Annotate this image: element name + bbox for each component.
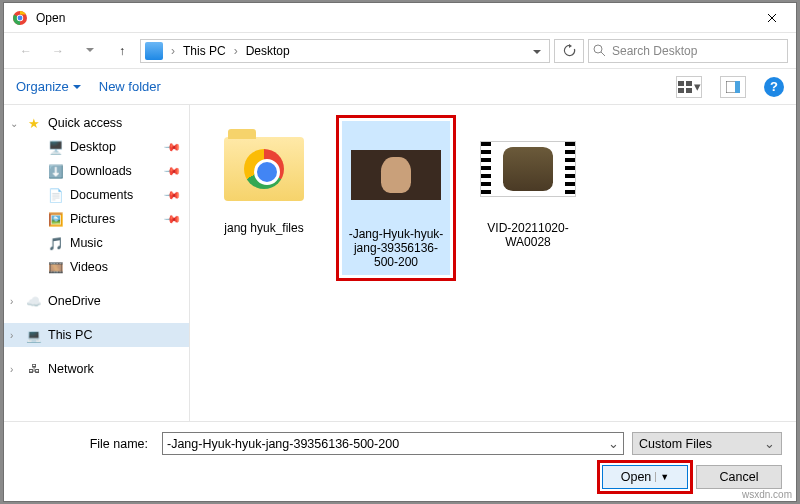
recent-dropdown[interactable]: [76, 39, 104, 63]
documents-icon: 📄: [48, 187, 64, 203]
chevron-right-icon[interactable]: ›: [10, 330, 13, 341]
watermark: wsxdn.com: [742, 489, 792, 500]
new-folder-button[interactable]: New folder: [99, 79, 161, 94]
crumb-this-pc[interactable]: This PC: [179, 40, 230, 62]
chevron-down-icon[interactable]: ⌄: [608, 436, 619, 451]
svg-point-3: [594, 45, 602, 53]
sidebar-item-desktop[interactable]: 🖥️Desktop📌: [4, 135, 189, 159]
chevron-right-icon[interactable]: ›: [10, 364, 13, 375]
body: ⌄ ★ Quick access 🖥️Desktop📌 ⬇️Downloads📌…: [4, 105, 796, 421]
svg-rect-7: [686, 88, 692, 93]
open-button[interactable]: Open ▼: [602, 465, 688, 489]
filename-label: File name:: [18, 437, 148, 451]
open-dropdown-icon[interactable]: ▼: [655, 472, 669, 482]
breadcrumb-dropdown[interactable]: [527, 44, 547, 58]
sidebar-item-documents[interactable]: 📄Documents📌: [4, 183, 189, 207]
file-label: jang hyuk_files: [224, 221, 303, 235]
help-button[interactable]: ?: [764, 77, 784, 97]
file-item-video[interactable]: VID-20211020-WA0028: [468, 115, 588, 255]
footer: File name: -Jang-Hyuk-hyuk-jang-39356136…: [4, 421, 796, 501]
sidebar-item-quick-access[interactable]: ⌄ ★ Quick access: [4, 111, 189, 135]
pc-icon: 💻: [26, 327, 42, 343]
sidebar-item-music[interactable]: 🎵Music: [4, 231, 189, 255]
pictures-icon: 🖼️: [48, 211, 64, 227]
network-icon: 🖧: [26, 361, 42, 377]
svg-rect-6: [678, 88, 684, 93]
crumb-desktop[interactable]: Desktop: [242, 40, 294, 62]
video-thumbnail: [480, 141, 576, 197]
sidebar-item-videos[interactable]: 🎞️Videos: [4, 255, 189, 279]
nav-row: ← → ↑ › This PC › Desktop Search Desktop: [4, 33, 796, 69]
music-icon: 🎵: [48, 235, 64, 251]
pin-icon: 📌: [162, 137, 181, 156]
open-dialog: Open ← → ↑ › This PC › Desktop Search De…: [3, 2, 797, 502]
svg-point-2: [18, 15, 23, 20]
filename-input[interactable]: -Jang-Hyuk-hyuk-jang-39356136-500-200 ⌄: [162, 432, 624, 455]
chevron-right-icon[interactable]: ›: [232, 44, 240, 58]
file-list[interactable]: jang hyuk_files -Jang-Hyuk-hyuk-jang-393…: [190, 105, 796, 421]
pin-icon: 📌: [162, 185, 181, 204]
back-button[interactable]: ←: [12, 39, 40, 63]
downloads-icon: ⬇️: [48, 163, 64, 179]
breadcrumb[interactable]: › This PC › Desktop: [140, 39, 550, 63]
cloud-icon: ☁️: [26, 293, 42, 309]
search-placeholder: Search Desktop: [612, 44, 697, 58]
chevron-down-icon[interactable]: ⌄: [10, 118, 18, 129]
forward-button[interactable]: →: [44, 39, 72, 63]
svg-rect-4: [678, 81, 684, 86]
chevron-right-icon[interactable]: ›: [169, 44, 177, 58]
file-item-folder[interactable]: jang hyuk_files: [204, 115, 324, 241]
up-button[interactable]: ↑: [108, 39, 136, 63]
file-type-filter[interactable]: Custom Files ⌄: [632, 432, 782, 455]
file-label: -Jang-Hyuk-hyuk-jang-39356136-500-200: [349, 227, 444, 269]
filename-value: -Jang-Hyuk-hyuk-jang-39356136-500-200: [167, 437, 608, 451]
svg-rect-9: [735, 81, 740, 93]
chrome-icon: [12, 10, 28, 26]
pin-icon: 📌: [162, 209, 181, 228]
view-mode-button[interactable]: ▾: [676, 76, 702, 98]
sidebar-item-downloads[interactable]: ⬇️Downloads📌: [4, 159, 189, 183]
file-label: VID-20211020-WA0028: [474, 221, 582, 249]
toolbar: Organize New folder ▾ ?: [4, 69, 796, 105]
sidebar: ⌄ ★ Quick access 🖥️Desktop📌 ⬇️Downloads📌…: [4, 105, 190, 421]
image-thumbnail: [351, 150, 441, 200]
search-icon: [593, 44, 606, 57]
folder-icon: [224, 137, 304, 201]
desktop-icon: 🖥️: [48, 139, 64, 155]
titlebar: Open: [4, 3, 796, 33]
chevron-down-icon: ⌄: [764, 436, 775, 451]
preview-pane-button[interactable]: [720, 76, 746, 98]
organize-menu[interactable]: Organize: [16, 79, 81, 94]
cancel-button[interactable]: Cancel: [696, 465, 782, 489]
sidebar-item-this-pc[interactable]: ›💻This PC: [4, 323, 189, 347]
star-icon: ★: [26, 115, 42, 131]
sidebar-item-pictures[interactable]: 🖼️Pictures📌: [4, 207, 189, 231]
chevron-right-icon[interactable]: ›: [10, 296, 13, 307]
close-button[interactable]: [749, 3, 794, 33]
search-input[interactable]: Search Desktop: [588, 39, 788, 63]
sidebar-item-network[interactable]: ›🖧Network: [4, 357, 189, 381]
sidebar-item-onedrive[interactable]: ›☁️OneDrive: [4, 289, 189, 313]
videos-icon: 🎞️: [48, 259, 64, 275]
window-title: Open: [36, 11, 749, 25]
pin-icon: 📌: [162, 161, 181, 180]
refresh-button[interactable]: [554, 39, 584, 63]
chrome-icon: [244, 149, 284, 189]
svg-rect-5: [686, 81, 692, 86]
file-item-image-selected[interactable]: -Jang-Hyuk-hyuk-jang-39356136-500-200: [336, 115, 456, 281]
pc-icon: [145, 42, 163, 60]
